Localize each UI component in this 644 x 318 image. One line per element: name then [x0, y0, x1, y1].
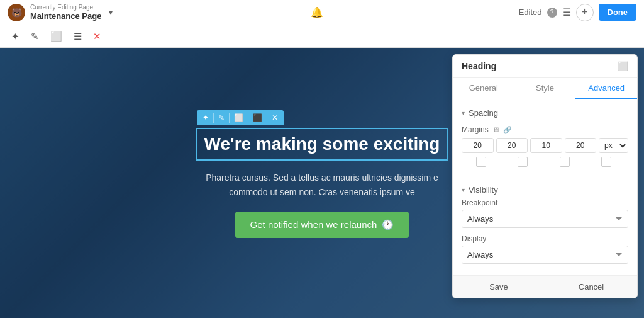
list-button[interactable]: ☰ — [562, 6, 571, 18]
margin-bottom-input[interactable] — [530, 138, 562, 153]
edit-tool-button[interactable]: ✎ — [27, 28, 43, 45]
panel-title: Heading — [462, 61, 496, 71]
panel-footer: Save Cancel — [453, 275, 637, 298]
panel-body: ▾ Spacing Margins 🖥 🔗 — [453, 99, 637, 275]
margin-top-input[interactable] — [462, 138, 494, 153]
page-name: Maintenance Page — [30, 11, 101, 21]
display-field: Display Always Never Logged In Logged Ou… — [462, 234, 628, 264]
heading-settings-panel: Heading ⬜ General Style Advanced ▾ Spaci… — [452, 54, 638, 298]
breakpoint-label: Breakpoint — [462, 198, 628, 207]
notifications-button[interactable]: 🔔 — [311, 6, 323, 18]
breakpoint-field: Breakpoint Always Desktop Tablet Mobile — [462, 198, 628, 228]
spacing-label: Spacing — [469, 108, 498, 118]
tab-style[interactable]: Style — [514, 78, 576, 99]
done-button[interactable]: Done — [599, 4, 637, 21]
toolbar-separator-3 — [248, 113, 248, 123]
element-close-button[interactable]: ✕ — [270, 112, 280, 123]
add-button[interactable]: + — [576, 4, 594, 21]
subtext: Pharetra cursus. Sed a tellus ac mauris … — [196, 171, 448, 199]
margin-device-icon[interactable]: 🖥 — [492, 126, 499, 133]
visibility-section-header[interactable]: ▾ Visibility — [462, 181, 628, 198]
margin-right-input[interactable] — [496, 138, 528, 153]
tab-general[interactable]: General — [453, 78, 514, 99]
margin-right-icon[interactable] — [518, 157, 528, 167]
margins-inputs: px % em — [462, 138, 628, 153]
margins-field: Margins 🖥 🔗 px % em — [462, 122, 628, 171]
editing-label: Currently Editing Page — [30, 4, 101, 11]
element-copy-button[interactable]: ⬜ — [232, 112, 245, 123]
display-label: Display — [462, 234, 628, 243]
close-tool-button[interactable]: ✕ — [89, 28, 105, 45]
editor-toolbar: ✦ ✎ ⬜ ☰ ✕ — [0, 25, 644, 48]
spacing-section: ▾ Spacing Margins 🖥 🔗 — [453, 99, 637, 176]
help-icon[interactable]: ? — [547, 8, 557, 18]
visibility-chevron-icon: ▾ — [462, 186, 465, 193]
spacing-chevron-icon: ▾ — [462, 110, 465, 116]
cta-label: Get notified when we relaunch — [250, 219, 377, 230]
toolbar-separator-4 — [267, 113, 267, 123]
element-toolbar: ✦ ✎ ⬜ ⬛ ✕ — [197, 110, 284, 125]
margin-bottom-icon[interactable] — [560, 157, 570, 167]
margins-label: Margins 🖥 🔗 — [462, 125, 628, 134]
panel-header: Heading ⬜ — [453, 55, 637, 78]
margin-left-input[interactable] — [565, 138, 597, 153]
layout-tool-button[interactable]: ☰ — [70, 28, 86, 45]
display-select[interactable]: Always Never Logged In Logged Out — [462, 246, 628, 264]
page-dropdown-button[interactable]: ▾ — [106, 6, 115, 20]
cancel-button[interactable]: Cancel — [545, 276, 637, 298]
margin-link-icon[interactable]: 🔗 — [503, 126, 512, 134]
clock-icon: 🕐 — [382, 219, 394, 230]
move-tool-button[interactable]: ✦ — [8, 28, 23, 45]
breakpoint-select[interactable]: Always Desktop Tablet Mobile — [462, 210, 628, 228]
element-move-button[interactable]: ✦ — [201, 112, 211, 123]
margin-unit-select[interactable]: px % em — [599, 138, 628, 153]
toolbar-separator — [213, 113, 214, 123]
avatar: 🐻 — [8, 4, 25, 21]
heading-text: We're making some exciting — [197, 129, 448, 159]
heading-element[interactable]: ✦ ✎ ⬜ ⬛ ✕ We're making some exciting — [196, 128, 449, 161]
save-button[interactable]: Save — [453, 276, 545, 298]
panel-tabs: General Style Advanced — [453, 78, 637, 99]
main-canvas: ✦ ✎ ⬜ ⬛ ✕ We're making some exciting Pha… — [0, 48, 644, 318]
top-bar-center: 🔔 — [311, 6, 323, 18]
top-bar-right: Edited ? ☰ + Done — [519, 4, 636, 21]
section-tool-button[interactable]: ⬜ — [47, 28, 66, 45]
element-resize-button[interactable]: ⬛ — [251, 112, 264, 123]
page-info: Currently Editing Page Maintenance Page — [30, 4, 101, 21]
top-bar-left: 🐻 Currently Editing Page Maintenance Pag… — [8, 4, 115, 21]
edited-label: Edited — [519, 8, 542, 17]
margin-icons — [462, 157, 628, 167]
element-edit-button[interactable]: ✎ — [216, 112, 226, 123]
tab-advanced[interactable]: Advanced — [575, 78, 637, 99]
margin-left-icon[interactable] — [601, 157, 611, 167]
visibility-label: Visibility — [469, 185, 498, 195]
cta-button[interactable]: Get notified when we relaunch 🕐 — [235, 212, 409, 238]
top-bar: 🐻 Currently Editing Page Maintenance Pag… — [0, 0, 644, 25]
spacing-section-header[interactable]: ▾ Spacing — [462, 105, 628, 122]
visibility-section: ▾ Visibility Breakpoint Always Desktop T… — [453, 176, 637, 275]
margin-top-icon[interactable] — [476, 157, 486, 167]
panel-collapse-button[interactable]: ⬜ — [618, 61, 628, 71]
toolbar-separator-2 — [229, 113, 230, 123]
